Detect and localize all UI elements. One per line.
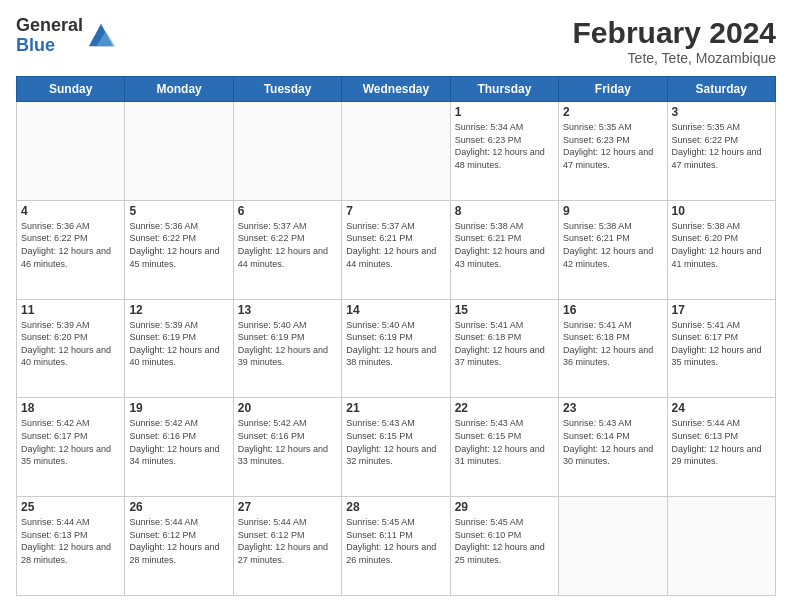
day-number: 25	[21, 500, 120, 514]
calendar-week-row: 25Sunrise: 5:44 AM Sunset: 6:13 PM Dayli…	[17, 497, 776, 596]
day-number: 19	[129, 401, 228, 415]
day-number: 7	[346, 204, 445, 218]
calendar-week-row: 11Sunrise: 5:39 AM Sunset: 6:20 PM Dayli…	[17, 299, 776, 398]
day-number: 17	[672, 303, 771, 317]
day-number: 12	[129, 303, 228, 317]
day-number: 11	[21, 303, 120, 317]
day-info: Sunrise: 5:39 AM Sunset: 6:20 PM Dayligh…	[21, 319, 120, 369]
day-number: 10	[672, 204, 771, 218]
day-info: Sunrise: 5:43 AM Sunset: 6:15 PM Dayligh…	[455, 417, 554, 467]
day-info: Sunrise: 5:40 AM Sunset: 6:19 PM Dayligh…	[346, 319, 445, 369]
day-info: Sunrise: 5:44 AM Sunset: 6:12 PM Dayligh…	[129, 516, 228, 566]
calendar-cell	[17, 102, 125, 201]
day-of-week-header: Saturday	[667, 77, 775, 102]
calendar-cell	[125, 102, 233, 201]
day-number: 22	[455, 401, 554, 415]
calendar-table: SundayMondayTuesdayWednesdayThursdayFrid…	[16, 76, 776, 596]
calendar-cell: 10Sunrise: 5:38 AM Sunset: 6:20 PM Dayli…	[667, 200, 775, 299]
day-number: 9	[563, 204, 662, 218]
day-info: Sunrise: 5:38 AM Sunset: 6:21 PM Dayligh…	[563, 220, 662, 270]
day-number: 29	[455, 500, 554, 514]
day-number: 16	[563, 303, 662, 317]
calendar-cell: 8Sunrise: 5:38 AM Sunset: 6:21 PM Daylig…	[450, 200, 558, 299]
calendar-cell	[233, 102, 341, 201]
day-number: 27	[238, 500, 337, 514]
day-info: Sunrise: 5:37 AM Sunset: 6:22 PM Dayligh…	[238, 220, 337, 270]
day-info: Sunrise: 5:38 AM Sunset: 6:20 PM Dayligh…	[672, 220, 771, 270]
calendar-cell: 12Sunrise: 5:39 AM Sunset: 6:19 PM Dayli…	[125, 299, 233, 398]
day-of-week-header: Friday	[559, 77, 667, 102]
calendar-week-row: 4Sunrise: 5:36 AM Sunset: 6:22 PM Daylig…	[17, 200, 776, 299]
title-area: February 2024 Tete, Tete, Mozambique	[573, 16, 776, 66]
calendar-cell: 22Sunrise: 5:43 AM Sunset: 6:15 PM Dayli…	[450, 398, 558, 497]
day-info: Sunrise: 5:34 AM Sunset: 6:23 PM Dayligh…	[455, 121, 554, 171]
calendar-cell: 24Sunrise: 5:44 AM Sunset: 6:13 PM Dayli…	[667, 398, 775, 497]
page-header: General Blue February 2024 Tete, Tete, M…	[16, 16, 776, 66]
calendar-cell	[559, 497, 667, 596]
day-info: Sunrise: 5:43 AM Sunset: 6:14 PM Dayligh…	[563, 417, 662, 467]
day-number: 20	[238, 401, 337, 415]
calendar-cell: 29Sunrise: 5:45 AM Sunset: 6:10 PM Dayli…	[450, 497, 558, 596]
day-number: 26	[129, 500, 228, 514]
logo-general: General	[16, 16, 83, 36]
day-info: Sunrise: 5:42 AM Sunset: 6:17 PM Dayligh…	[21, 417, 120, 467]
calendar-cell: 15Sunrise: 5:41 AM Sunset: 6:18 PM Dayli…	[450, 299, 558, 398]
day-info: Sunrise: 5:45 AM Sunset: 6:10 PM Dayligh…	[455, 516, 554, 566]
day-info: Sunrise: 5:44 AM Sunset: 6:13 PM Dayligh…	[21, 516, 120, 566]
logo-blue: Blue	[16, 36, 83, 56]
calendar-cell: 13Sunrise: 5:40 AM Sunset: 6:19 PM Dayli…	[233, 299, 341, 398]
day-info: Sunrise: 5:44 AM Sunset: 6:12 PM Dayligh…	[238, 516, 337, 566]
day-number: 13	[238, 303, 337, 317]
day-number: 4	[21, 204, 120, 218]
day-number: 24	[672, 401, 771, 415]
calendar-cell: 6Sunrise: 5:37 AM Sunset: 6:22 PM Daylig…	[233, 200, 341, 299]
calendar-cell: 28Sunrise: 5:45 AM Sunset: 6:11 PM Dayli…	[342, 497, 450, 596]
day-of-week-header: Wednesday	[342, 77, 450, 102]
day-info: Sunrise: 5:43 AM Sunset: 6:15 PM Dayligh…	[346, 417, 445, 467]
day-of-week-header: Tuesday	[233, 77, 341, 102]
calendar-header-row: SundayMondayTuesdayWednesdayThursdayFrid…	[17, 77, 776, 102]
day-info: Sunrise: 5:38 AM Sunset: 6:21 PM Dayligh…	[455, 220, 554, 270]
calendar-cell: 17Sunrise: 5:41 AM Sunset: 6:17 PM Dayli…	[667, 299, 775, 398]
calendar-cell: 19Sunrise: 5:42 AM Sunset: 6:16 PM Dayli…	[125, 398, 233, 497]
day-number: 6	[238, 204, 337, 218]
calendar-cell: 1Sunrise: 5:34 AM Sunset: 6:23 PM Daylig…	[450, 102, 558, 201]
day-number: 15	[455, 303, 554, 317]
calendar-cell: 9Sunrise: 5:38 AM Sunset: 6:21 PM Daylig…	[559, 200, 667, 299]
day-of-week-header: Monday	[125, 77, 233, 102]
calendar-cell: 5Sunrise: 5:36 AM Sunset: 6:22 PM Daylig…	[125, 200, 233, 299]
day-number: 23	[563, 401, 662, 415]
calendar-cell	[342, 102, 450, 201]
day-number: 3	[672, 105, 771, 119]
calendar-cell	[667, 497, 775, 596]
day-info: Sunrise: 5:44 AM Sunset: 6:13 PM Dayligh…	[672, 417, 771, 467]
calendar-cell: 27Sunrise: 5:44 AM Sunset: 6:12 PM Dayli…	[233, 497, 341, 596]
day-number: 18	[21, 401, 120, 415]
calendar-cell: 25Sunrise: 5:44 AM Sunset: 6:13 PM Dayli…	[17, 497, 125, 596]
calendar-cell: 7Sunrise: 5:37 AM Sunset: 6:21 PM Daylig…	[342, 200, 450, 299]
day-info: Sunrise: 5:41 AM Sunset: 6:17 PM Dayligh…	[672, 319, 771, 369]
day-number: 14	[346, 303, 445, 317]
calendar-cell: 21Sunrise: 5:43 AM Sunset: 6:15 PM Dayli…	[342, 398, 450, 497]
day-of-week-header: Sunday	[17, 77, 125, 102]
day-number: 8	[455, 204, 554, 218]
location-subtitle: Tete, Tete, Mozambique	[573, 50, 776, 66]
day-info: Sunrise: 5:37 AM Sunset: 6:21 PM Dayligh…	[346, 220, 445, 270]
day-info: Sunrise: 5:41 AM Sunset: 6:18 PM Dayligh…	[563, 319, 662, 369]
day-info: Sunrise: 5:36 AM Sunset: 6:22 PM Dayligh…	[129, 220, 228, 270]
calendar-week-row: 1Sunrise: 5:34 AM Sunset: 6:23 PM Daylig…	[17, 102, 776, 201]
day-number: 28	[346, 500, 445, 514]
logo: General Blue	[16, 16, 115, 56]
day-info: Sunrise: 5:41 AM Sunset: 6:18 PM Dayligh…	[455, 319, 554, 369]
calendar-cell: 18Sunrise: 5:42 AM Sunset: 6:17 PM Dayli…	[17, 398, 125, 497]
day-info: Sunrise: 5:35 AM Sunset: 6:22 PM Dayligh…	[672, 121, 771, 171]
calendar-cell: 26Sunrise: 5:44 AM Sunset: 6:12 PM Dayli…	[125, 497, 233, 596]
day-info: Sunrise: 5:39 AM Sunset: 6:19 PM Dayligh…	[129, 319, 228, 369]
day-info: Sunrise: 5:36 AM Sunset: 6:22 PM Dayligh…	[21, 220, 120, 270]
logo-icon	[87, 20, 115, 48]
calendar-cell: 3Sunrise: 5:35 AM Sunset: 6:22 PM Daylig…	[667, 102, 775, 201]
day-info: Sunrise: 5:40 AM Sunset: 6:19 PM Dayligh…	[238, 319, 337, 369]
day-number: 1	[455, 105, 554, 119]
calendar-cell: 20Sunrise: 5:42 AM Sunset: 6:16 PM Dayli…	[233, 398, 341, 497]
day-number: 5	[129, 204, 228, 218]
